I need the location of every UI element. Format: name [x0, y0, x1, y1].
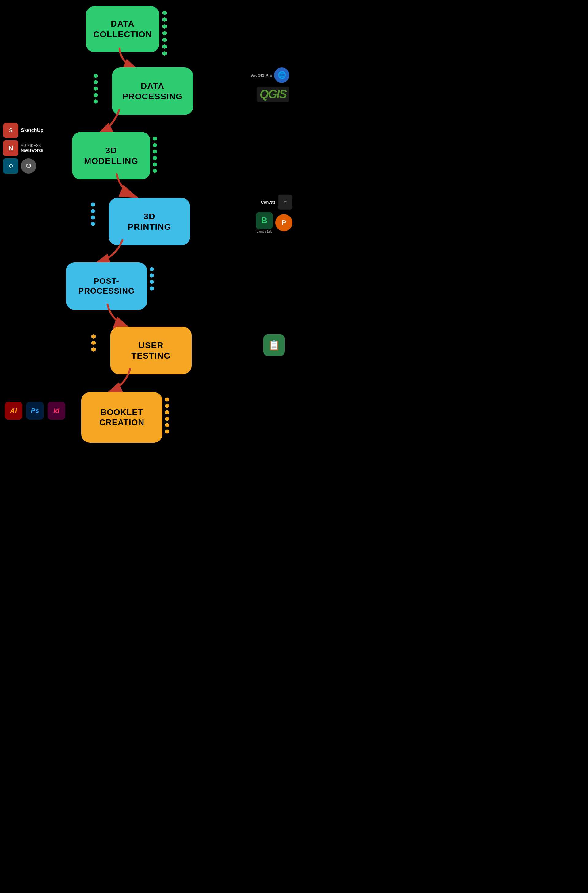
dot	[92, 341, 96, 345]
dot	[162, 38, 167, 42]
recap-icon: ⬡	[21, 158, 36, 174]
node-post-processing: POST- PROCESSING	[66, 262, 147, 310]
sketchup-icon: S	[3, 123, 18, 138]
dot	[153, 162, 157, 167]
dot	[153, 137, 157, 141]
dot	[93, 87, 98, 91]
revit-icon: ⬡	[3, 158, 18, 174]
dot	[165, 397, 169, 401]
dot	[93, 93, 98, 97]
dot	[153, 149, 157, 154]
canvas-label: Canvas	[261, 200, 275, 204]
node-3d-modelling: 3D MODELLING	[72, 132, 150, 179]
dots-2	[93, 74, 98, 104]
node-3d-printing: 3D PRINTING	[109, 198, 190, 245]
dots-3	[153, 137, 157, 173]
dots-7	[165, 397, 169, 434]
node-user-testing-label: USER TESTING	[131, 340, 171, 361]
qgis-icon: QGIS	[256, 87, 290, 102]
node-data-collection: DATA COLLECTION	[86, 6, 159, 52]
dot	[91, 222, 95, 226]
prusaslicer-icon: P	[275, 214, 292, 231]
dot	[162, 31, 167, 35]
dot	[150, 267, 154, 271]
dot	[93, 99, 98, 104]
tool-arcgis: ArcGIS Pro 🌐 QGIS	[251, 68, 290, 102]
dot	[165, 410, 169, 415]
tools-3d-printing: Canvas ≡ B Bambu Lab P	[256, 195, 292, 233]
dot	[165, 416, 169, 421]
dot	[162, 11, 167, 15]
dot	[153, 156, 157, 160]
illustrator-icon: Ai	[4, 402, 22, 419]
forms-icon: 📋	[263, 334, 285, 356]
navisworks-icon: N	[3, 140, 18, 156]
dot	[92, 347, 96, 352]
sketchup-label: SketchUp	[21, 128, 44, 133]
dot	[153, 143, 157, 147]
dot	[93, 80, 98, 84]
flow-diagram: DATA COLLECTION DATA PROCESSING ArcGI	[0, 0, 294, 446]
dot	[93, 74, 98, 78]
dots-5	[150, 267, 154, 290]
tools-booklet: Ai Ps Id	[4, 402, 65, 419]
dot	[165, 423, 169, 427]
node-user-testing: USER TESTING	[110, 327, 192, 374]
node-booklet-creation-label: BOOKLET CREATION	[99, 407, 144, 427]
dot	[150, 273, 154, 278]
bambu-icon: B	[256, 212, 273, 229]
node-booklet-creation: BOOKLET CREATION	[81, 392, 162, 443]
dot	[162, 18, 167, 22]
dot	[165, 404, 169, 408]
canvas-icon: ≡	[278, 195, 292, 209]
dot	[153, 169, 157, 173]
dot	[162, 24, 167, 29]
node-data-collection-label: DATA COLLECTION	[93, 19, 152, 39]
node-3d-printing-label: 3D PRINTING	[128, 211, 171, 232]
navisworks-label: AUTODESKNavisworks	[21, 144, 43, 153]
dot	[150, 286, 154, 290]
bambu-label: Bambu Lab	[256, 230, 272, 233]
dot	[91, 215, 95, 219]
dot	[162, 51, 167, 56]
indesign-icon: Id	[48, 402, 65, 419]
dots-6	[92, 334, 96, 352]
arcgis-icon: 🌐	[274, 68, 290, 83]
tool-forms: 📋	[263, 334, 285, 356]
arcgis-label: ArcGIS Pro	[251, 73, 272, 78]
tools-3d-modelling: S SketchUp N AUTODESKNavisworks ⬡ ⬡	[3, 123, 44, 174]
photoshop-icon: Ps	[26, 402, 44, 419]
node-data-processing: DATA PROCESSING	[112, 68, 193, 115]
dot	[165, 430, 169, 434]
node-data-processing-label: DATA PROCESSING	[122, 81, 183, 102]
dot	[91, 209, 95, 213]
node-post-processing-label: POST- PROCESSING	[78, 277, 135, 295]
dot	[150, 280, 154, 284]
node-3d-modelling-label: 3D MODELLING	[84, 146, 138, 166]
dot	[92, 334, 96, 339]
dots-4	[91, 203, 95, 226]
dots-1	[162, 11, 167, 56]
dot	[91, 203, 95, 207]
dot	[162, 45, 167, 49]
